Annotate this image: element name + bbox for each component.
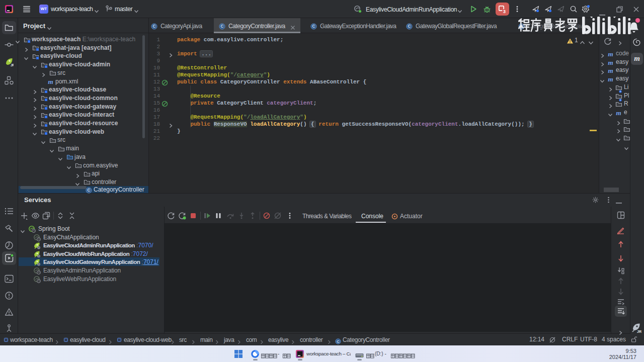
svg-text:m: m <box>608 67 613 74</box>
svg-text:m: m <box>608 76 613 82</box>
svg-text:C: C <box>153 24 156 29</box>
svg-text:C: C <box>337 339 340 344</box>
svg-text:C: C <box>312 24 315 29</box>
svg-text:m: m <box>608 51 613 57</box>
svg-text:C: C <box>408 24 411 29</box>
svg-text:3: 3 <box>503 9 506 14</box>
svg-text:C: C <box>88 188 91 193</box>
svg-text:m: m <box>616 110 621 116</box>
svg-text:JR: JR <box>637 330 641 333</box>
svg-text:m: m <box>608 59 613 66</box>
svg-text:JR: JR <box>11 63 14 67</box>
svg-text:m: m <box>48 78 53 85</box>
svg-text:C: C <box>221 24 224 29</box>
